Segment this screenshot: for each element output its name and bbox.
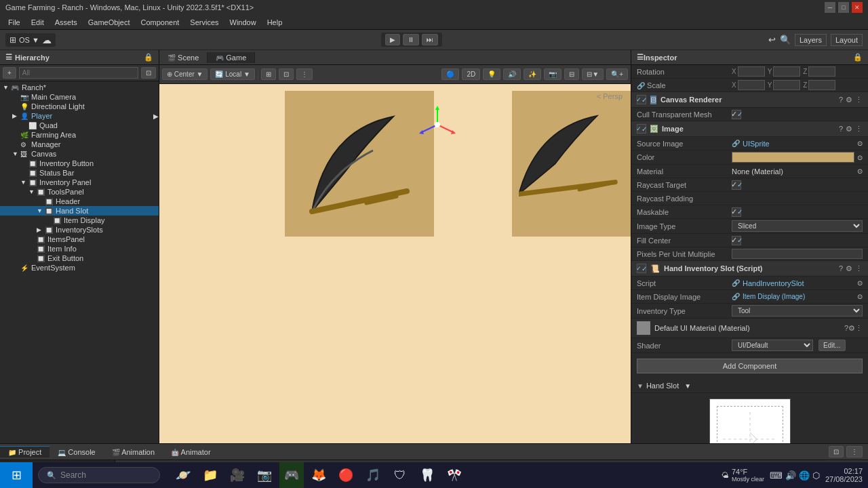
hierarchy-item-itemspanel[interactable]: 🔲ItemsPanel: [0, 235, 159, 244]
item-display-pick[interactable]: ⊙: [857, 293, 863, 300]
taskbar-music[interactable]: 🎵: [361, 462, 385, 488]
rect-tool[interactable]: ⊞: [261, 68, 276, 80]
sys-icon-battery[interactable]: ⬡: [812, 470, 820, 481]
hierarchy-item-toolspanel[interactable]: ▼🔲ToolsPanel: [0, 187, 159, 197]
taskbar-video[interactable]: 🎥: [225, 462, 250, 488]
color-pick-icon[interactable]: ⊙: [857, 154, 863, 161]
hierarchy-item-statusbar[interactable]: 🔲Status Bar: [0, 168, 159, 178]
sys-icon-network[interactable]: 🌐: [799, 470, 810, 481]
material-pick[interactable]: ⊙: [857, 167, 863, 175]
play-button[interactable]: ▶: [385, 34, 400, 45]
undo-icon[interactable]: ↩: [768, 35, 776, 45]
scale-z-input[interactable]: 1: [808, 80, 835, 90]
scale-y-input[interactable]: 1: [773, 80, 800, 90]
tab-game[interactable]: 🎮 Game: [208, 52, 255, 63]
sys-icon-1[interactable]: ⌨: [770, 470, 783, 481]
taskbar-shield[interactable]: 🛡: [388, 462, 412, 488]
image-more[interactable]: ⋮: [855, 125, 863, 134]
2d-button[interactable]: 2D: [462, 68, 480, 80]
canvas-renderer-toggle[interactable]: ✓: [637, 95, 646, 104]
menu-edit[interactable]: Edit: [26, 17, 50, 28]
layout-label[interactable]: Layout: [831, 34, 863, 46]
scale-button[interactable]: 🔍+: [606, 68, 628, 80]
center-button[interactable]: ⊕ Center ▼: [162, 68, 208, 80]
menu-window[interactable]: Window: [224, 17, 262, 28]
hierarchy-item-header[interactable]: 🔲Header: [0, 197, 159, 206]
sys-icon-2[interactable]: 🔊: [785, 470, 796, 481]
taskbar-purple[interactable]: 🦷: [415, 462, 439, 488]
hand-inventory-more[interactable]: ⋮: [855, 264, 863, 273]
taskbar-game[interactable]: 🎮: [279, 462, 304, 488]
rotation-z-input[interactable]: 0: [808, 66, 835, 77]
canvas-renderer-more[interactable]: ⋮: [855, 96, 863, 104]
taskbar-red-circle[interactable]: 🔴: [334, 462, 358, 488]
step-button[interactable]: ⏭: [422, 34, 438, 45]
hierarchy-item-maincamera[interactable]: 📷Main Camera: [0, 92, 159, 102]
hierarchy-item-iteminfo[interactable]: 🔲Item Info: [0, 244, 159, 253]
snap-tool[interactable]: ⊡: [279, 68, 294, 80]
hand-slot-dropdown[interactable]: ▼: [684, 382, 691, 390]
raycast-target-checkbox[interactable]: ✓: [732, 180, 741, 190]
hierarchy-item-player[interactable]: ▶👤Player ▶: [0, 111, 159, 121]
tab-console[interactable]: 💻 Console: [50, 447, 103, 458]
taskbar-search-box[interactable]: 🔍 Search: [38, 467, 160, 483]
canvas-renderer-help[interactable]: ?: [839, 96, 843, 104]
hierarchy-item-directionallight[interactable]: 💡Directional Light: [0, 102, 159, 111]
hierarchy-item-inventoryslots[interactable]: ▶🔲InventorySlots: [0, 225, 159, 235]
hierarchy-lock[interactable]: 🔒: [144, 53, 153, 62]
camera-toggle[interactable]: 📷: [544, 68, 561, 80]
fill-center-checkbox[interactable]: ✓: [732, 236, 741, 245]
image-type-select[interactable]: Sliced Simple Tiled Filled: [732, 220, 863, 232]
image-toggle[interactable]: ✓: [637, 124, 646, 134]
hierarchy-item-eventsystem[interactable]: ⚡EventSystem: [0, 263, 159, 272]
start-button[interactable]: ⊞: [0, 462, 33, 488]
hierarchy-item-farmingarea[interactable]: 🌿Farming Area: [0, 130, 159, 140]
bottom-more[interactable]: ⋮: [846, 446, 863, 458]
menu-file[interactable]: File: [3, 17, 26, 28]
shader-select[interactable]: UI/Default: [732, 340, 813, 351]
menu-component[interactable]: Component: [135, 17, 184, 28]
os-label[interactable]: OS ▼: [19, 36, 39, 44]
image-settings[interactable]: ⚙: [846, 125, 852, 134]
maskable-checkbox[interactable]: ✓: [732, 207, 741, 217]
script-pick[interactable]: ⊙: [857, 279, 863, 287]
minimize-button[interactable]: ─: [825, 2, 835, 13]
hierarchy-item-inventorybutton[interactable]: 🔲Inventory Button: [0, 159, 159, 168]
item-display-text[interactable]: Item Display (Image): [743, 293, 805, 300]
tab-animator[interactable]: 🤖 Animator: [163, 447, 218, 458]
light-toggle[interactable]: 💡: [483, 68, 500, 80]
canvas-renderer-header[interactable]: ✓ ⊟ Canvas Renderer ? ⚙ ⋮: [631, 92, 868, 108]
hidden-toggle[interactable]: ⊟: [564, 68, 579, 80]
default-material-more[interactable]: ⋮: [855, 324, 863, 333]
canvas-renderer-settings[interactable]: ⚙: [846, 96, 852, 104]
aspect-button[interactable]: ⊟▼: [582, 68, 604, 80]
audio-toggle[interactable]: 🔊: [503, 68, 521, 80]
taskbar-explorer[interactable]: 🪐: [171, 462, 195, 488]
search-icon[interactable]: 🔍: [780, 35, 791, 45]
taskbar-firefox[interactable]: 🦊: [307, 462, 331, 488]
menu-gameobject[interactable]: GameObject: [83, 17, 136, 28]
script-text[interactable]: HandInventorySlot: [743, 279, 804, 287]
default-material-settings[interactable]: ⚙: [848, 324, 855, 333]
layers-label[interactable]: Layers: [795, 34, 827, 46]
pixels-per-unit-input[interactable]: 1: [732, 249, 863, 259]
hand-inventory-header[interactable]: ✓ 📜 Hand Inventory Slot (Script) ? ⚙ ⋮: [631, 261, 868, 277]
hierarchy-item-inventorypanel[interactable]: ▼🔲Inventory Panel: [0, 178, 159, 187]
taskbar-flag[interactable]: 🎌: [442, 462, 467, 488]
hierarchy-item-quad[interactable]: ⬜Quad: [0, 121, 159, 130]
hierarchy-filter-button[interactable]: ⊡: [141, 67, 156, 79]
tab-project[interactable]: 📁 Project: [0, 446, 50, 458]
color-swatch[interactable]: [732, 152, 854, 163]
hand-inventory-toggle[interactable]: ✓: [637, 264, 646, 273]
image-help[interactable]: ?: [839, 125, 843, 134]
cloud-icon[interactable]: ☁: [42, 35, 52, 45]
cull-transparent-checkbox[interactable]: ✓: [732, 110, 741, 119]
add-component-button[interactable]: Add Component: [637, 359, 863, 373]
hierarchy-item-itemdisplay[interactable]: 🔲Item Display: [0, 216, 159, 225]
inventory-type-select[interactable]: Tool Item: [732, 305, 863, 317]
scale-x-input[interactable]: 1: [738, 80, 765, 90]
window-controls[interactable]: ─ □ ✕: [825, 2, 863, 13]
rotation-x-input[interactable]: 0: [738, 66, 765, 77]
hierarchy-search[interactable]: [19, 67, 138, 79]
taskbar-clock[interactable]: 02:17 27/08/2023: [825, 467, 863, 483]
